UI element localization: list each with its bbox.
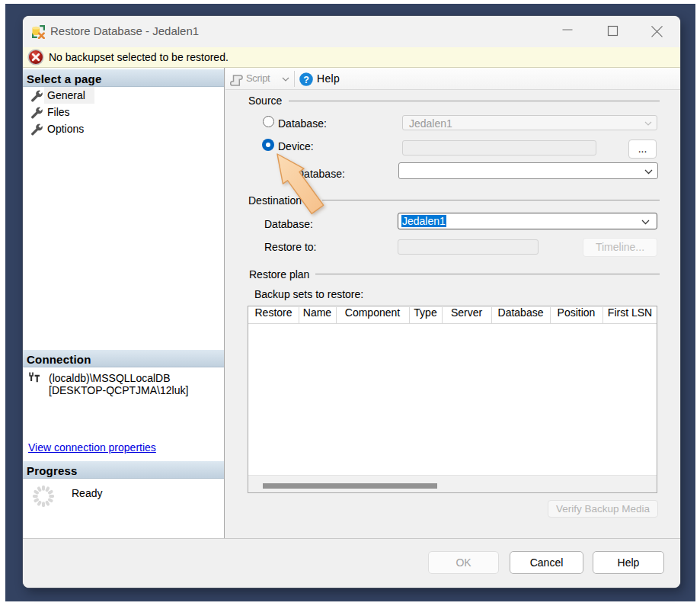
svg-text:?: ? bbox=[303, 75, 309, 85]
